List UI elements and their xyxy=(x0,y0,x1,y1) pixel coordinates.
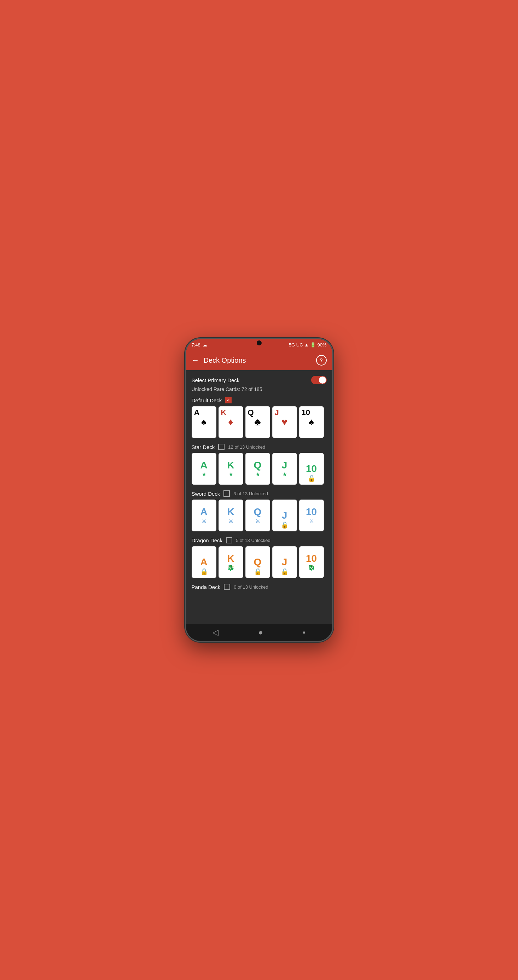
deck-name-0: Default Deck xyxy=(192,398,222,403)
time-display: 7:48 xyxy=(192,342,201,347)
card-topletter-0-3: J xyxy=(275,408,279,417)
cards-row-0: A♠K♦Q♣J♥10♠ xyxy=(192,406,327,438)
card-letter-1-0: A xyxy=(200,460,207,470)
card-lock-icon-2-3: 🔒 xyxy=(281,521,288,529)
card-letter-3-0: A xyxy=(200,557,207,567)
primary-deck-label: Select Primary Deck xyxy=(192,377,240,383)
card-centersuit-0-1: ♦ xyxy=(228,417,233,428)
card-0-3: J♥ xyxy=(272,406,297,438)
card-letter-2-2: Q xyxy=(254,507,261,517)
card-centersuit-0-4: ♠ xyxy=(309,417,314,428)
card-letter-2-3: J xyxy=(282,511,287,520)
card-centersuit-0-2: ♣ xyxy=(254,417,261,428)
deck-name-4: Panda Deck xyxy=(192,584,221,590)
battery-icon: 🔋 xyxy=(310,342,316,347)
card-letter-1-4: 10 xyxy=(306,464,317,474)
nav-back-icon[interactable]: ◁ xyxy=(212,628,218,637)
card-1-3: J★ xyxy=(272,453,297,485)
primary-deck-row: Select Primary Deck xyxy=(192,376,327,384)
card-topletter-0-0: A xyxy=(194,408,200,417)
card-symbol-3-4: 🐉 xyxy=(308,564,315,571)
nav-home-icon[interactable]: ● xyxy=(258,628,263,637)
cards-row-1: A★K★Q★J★10🔒 xyxy=(192,453,327,485)
card-2-2: Q⚔ xyxy=(245,500,270,531)
deck-checkbox-0[interactable] xyxy=(225,397,232,403)
deck-unlock-count-1: 12 of 13 Unlocked xyxy=(228,444,265,450)
card-3-1: K🐉 xyxy=(218,546,243,578)
card-lock-icon-1-4: 🔒 xyxy=(308,474,316,482)
card-letter-2-0: A xyxy=(200,507,207,517)
deck-header-1: Star Deck12 of 13 Unlocked xyxy=(192,444,327,450)
card-topletter-0-1: K xyxy=(221,408,226,417)
card-2-3: J🔒 xyxy=(272,500,297,531)
cloud-icon: ☁ xyxy=(202,342,207,347)
card-letter-3-4: 10 xyxy=(306,554,317,563)
card-2-4: 10⚔ xyxy=(299,500,324,531)
status-bar-left: 7:48 ☁ xyxy=(192,342,207,347)
card-letter-1-1: K xyxy=(227,460,234,470)
card-symbol-2-1: ⚔ xyxy=(228,517,233,524)
battery-percent: 90% xyxy=(317,342,326,347)
card-letter-3-3: J xyxy=(282,557,287,567)
card-symbol-1-1: ★ xyxy=(228,471,233,477)
deck-header-3: Dragon Deck5 of 13 Unlocked xyxy=(192,537,327,543)
card-0-1: K♦ xyxy=(218,406,243,438)
deck-section-3: Dragon Deck5 of 13 UnlockedA🔒K🐉Q🔒J🔒10🐉 xyxy=(192,537,327,578)
card-0-4: 10♠ xyxy=(299,406,324,438)
card-symbol-2-0: ⚔ xyxy=(202,517,207,524)
cards-row-3: A🔒K🐉Q🔒J🔒10🐉 xyxy=(192,546,327,578)
network-label: 5G UC xyxy=(289,342,303,347)
card-1-4: 10🔒 xyxy=(299,453,324,485)
deck-section-1: Star Deck12 of 13 UnlockedA★K★Q★J★10🔒 xyxy=(192,444,327,485)
deck-section-0: Default DeckA♠K♦Q♣J♥10♠ xyxy=(192,397,327,438)
card-lock-icon-3-2: 🔒 xyxy=(254,568,261,576)
help-button[interactable]: ? xyxy=(316,355,327,366)
card-letter-2-1: K xyxy=(227,507,234,517)
nav-recents-icon[interactable]: ▪ xyxy=(303,628,306,637)
deck-checkbox-2[interactable] xyxy=(223,490,230,497)
deck-unlock-count-3: 5 of 13 Unlocked xyxy=(236,538,271,543)
deck-checkbox-4[interactable] xyxy=(224,584,230,590)
card-symbol-1-2: ★ xyxy=(255,471,260,477)
deck-header-2: Sword Deck3 of 13 Unlocked xyxy=(192,490,327,497)
phone-frame: 7:48 ☁ 5G UC ▲ 🔋 90% ← Deck Options ? Se… xyxy=(185,338,333,642)
app-bar: ← Deck Options ? xyxy=(186,350,332,370)
card-3-2: Q🔒 xyxy=(245,546,270,578)
card-1-1: K★ xyxy=(218,453,243,485)
card-symbol-2-4: ⚔ xyxy=(309,517,314,524)
deck-section-4: Panda Deck0 of 13 Unlocked xyxy=(192,584,327,590)
card-centersuit-0-3: ♥ xyxy=(281,417,287,428)
page-title: Deck Options xyxy=(204,356,316,364)
content-area: Select Primary Deck Unlocked Rare Cards:… xyxy=(186,370,332,624)
deck-name-1: Star Deck xyxy=(192,444,215,450)
card-1-0: A★ xyxy=(192,453,217,485)
deck-unlock-count-4: 0 of 13 Unlocked xyxy=(234,584,268,590)
card-lock-icon-3-3: 🔒 xyxy=(281,568,288,576)
card-letter-2-4: 10 xyxy=(306,507,317,517)
deck-section-2: Sword Deck3 of 13 UnlockedA⚔K⚔Q⚔J🔒10⚔ xyxy=(192,490,327,531)
card-letter-3-2: Q xyxy=(254,557,261,567)
deck-name-3: Dragon Deck xyxy=(192,538,223,543)
deck-header-0: Default Deck xyxy=(192,397,327,403)
card-0-0: A♠ xyxy=(192,406,217,438)
card-3-3: J🔒 xyxy=(272,546,297,578)
card-2-1: K⚔ xyxy=(218,500,243,531)
card-symbol-1-0: ★ xyxy=(202,471,207,477)
decks-container: Default DeckA♠K♦Q♣J♥10♠Star Deck12 of 13… xyxy=(192,397,327,590)
deck-checkbox-3[interactable] xyxy=(226,537,232,543)
deck-name-2: Sword Deck xyxy=(192,491,220,497)
card-symbol-2-2: ⚔ xyxy=(255,517,260,524)
card-letter-1-2: Q xyxy=(254,460,261,470)
primary-deck-toggle[interactable] xyxy=(311,376,327,384)
deck-checkbox-1[interactable] xyxy=(218,444,225,450)
card-lock-icon-3-0: 🔒 xyxy=(200,568,208,576)
card-2-0: A⚔ xyxy=(192,500,217,531)
card-symbol-3-1: 🐉 xyxy=(227,564,234,571)
card-3-0: A🔒 xyxy=(192,546,217,578)
card-3-4: 10🐉 xyxy=(299,546,324,578)
deck-unlock-count-2: 3 of 13 Unlocked xyxy=(233,491,268,496)
cards-row-2: A⚔K⚔Q⚔J🔒10⚔ xyxy=(192,500,327,531)
unlocked-rare-text: Unlocked Rare Cards: 72 of 185 xyxy=(192,387,327,392)
back-button[interactable]: ← xyxy=(192,356,199,365)
card-topletter-0-2: Q xyxy=(248,408,254,417)
